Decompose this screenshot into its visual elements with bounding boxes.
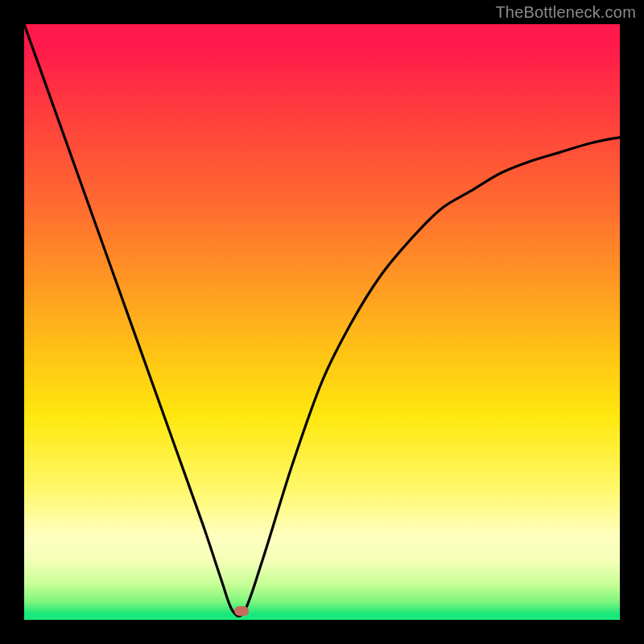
bottleneck-curve <box>24 24 620 620</box>
watermark-text: TheBottleneck.com <box>495 3 636 22</box>
plot-area <box>24 24 620 620</box>
chart-frame: TheBottleneck.com <box>0 0 644 644</box>
optimum-marker <box>234 606 249 616</box>
